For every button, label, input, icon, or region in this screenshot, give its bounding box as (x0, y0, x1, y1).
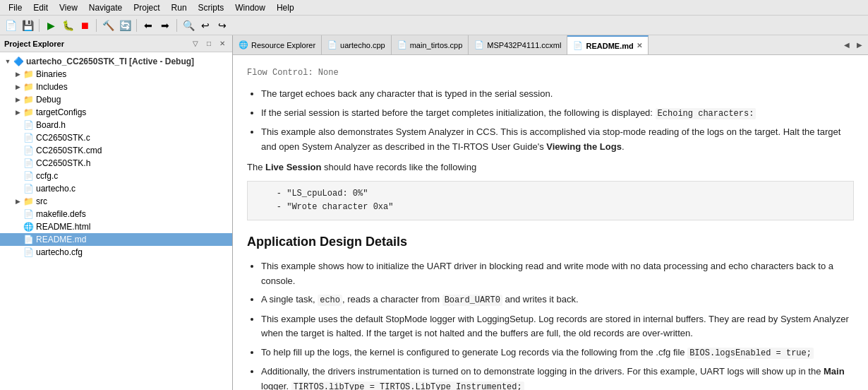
toolbar-redo[interactable]: ↪ (215, 18, 230, 33)
toolbar-back[interactable]: ⬅ (140, 18, 156, 33)
bullet-item-1-1: If the serial session is started before … (261, 106, 854, 121)
tirtos-code: TIRTOS.libType = TIRTOS.LibType_Instrume… (291, 382, 524, 390)
readmehtml-label: README.html (36, 222, 90, 232)
tree-item-cc2650cmd[interactable]: 📄 CC2650STK.cmd (0, 144, 232, 157)
main-bold: Main (824, 366, 845, 377)
tab-icon-readmemd: 📄 (573, 41, 583, 50)
toggle-cc2650c (13, 133, 23, 143)
tree-item-makefile[interactable]: 📄 makefile.defs (0, 208, 232, 220)
file-icon-cc2650h: 📄 (23, 158, 34, 169)
toolbar-run[interactable]: ▶ (43, 18, 59, 33)
menu-navigate[interactable]: Navigate (83, 1, 128, 14)
editor-content[interactable]: Flow Control: None The target echoes bac… (233, 55, 868, 390)
menu-edit[interactable]: Edit (28, 1, 54, 14)
menu-window[interactable]: Window (229, 1, 271, 14)
tree-item-root[interactable]: ▼ 🔷 uartecho_CC2650STK_TI [Active - Debu… (0, 55, 232, 68)
menu-help[interactable]: Help (271, 1, 300, 14)
toggle-src[interactable]: ▶ (13, 196, 23, 206)
tree-item-src[interactable]: ▶ 📁 src (0, 195, 232, 208)
tab-label-maintirtos: main_tirtos.cpp (410, 41, 463, 49)
tree-item-readmehtml[interactable]: 🌐 README.html (0, 220, 232, 233)
tree-item-targetconfigs[interactable]: ▶ 📁 targetConfigs (0, 106, 232, 119)
tab-msp432[interactable]: 📄 MSP432P4111.ccxml (469, 35, 567, 55)
board-uart-code: Board_UART0 (442, 295, 502, 306)
toggle-uartechoc (13, 184, 23, 194)
tree-item-includes[interactable]: ▶ 📁 Includes (0, 81, 232, 93)
tab-resource-explorer[interactable]: 🌐 Resource Explorer (233, 35, 322, 55)
tree-item-boardh[interactable]: 📄 Board.h (0, 119, 232, 131)
menu-view[interactable]: View (54, 1, 83, 14)
toolbar-sep-3 (136, 19, 137, 32)
file-icon-uartechocfg: 📄 (23, 247, 34, 258)
toggle-includes[interactable]: ▶ (13, 82, 23, 92)
tab-main-tirtos[interactable]: 📄 main_tirtos.cpp (392, 35, 469, 55)
panel-controls: ▽ □ ✕ (190, 38, 228, 49)
toolbar-stop[interactable]: ⏹ (77, 18, 92, 33)
tree-item-uartechocfg[interactable]: 📄 uartecho.cfg (0, 246, 232, 259)
tree-item-uartechoc[interactable]: 📄 uartecho.c (0, 182, 232, 195)
tab-readme-md[interactable]: 📄 README.md ✕ (567, 35, 648, 55)
src-label: src (36, 196, 47, 206)
tab-scroll-left[interactable]: ◀ (841, 40, 852, 51)
file-icon-cc2650c: 📄 (23, 132, 34, 143)
toolbar-sep-1 (39, 19, 40, 32)
toolbar-sep-4 (176, 19, 177, 32)
toggle-targetconfigs[interactable]: ▶ (13, 107, 23, 117)
toolbar-refresh[interactable]: 🔄 (117, 18, 133, 33)
tree-item-cc2650h[interactable]: 📄 CC2650STK.h (0, 157, 232, 170)
project-explorer: Project Explorer ▽ □ ✕ ▼ 🔷 uartecho_CC26… (0, 35, 233, 390)
tree-item-cc2650c[interactable]: 📄 CC2650STK.c (0, 131, 232, 144)
live-session-bold: Live Session (265, 162, 321, 172)
flow-control: Flow Control: None (247, 64, 854, 87)
toggle-boardh (13, 120, 23, 130)
readmemd-label: README.md (36, 235, 86, 244)
toolbar-search[interactable]: 🔍 (181, 18, 196, 33)
toggle-binaries[interactable]: ▶ (13, 69, 23, 79)
toolbar-save[interactable]: 💾 (20, 18, 35, 33)
folder-icon-binaries: 📁 (23, 69, 34, 80)
folder-icon-includes: 📁 (23, 81, 34, 93)
folder-icon-debug: 📁 (23, 94, 34, 105)
folder-icon-src: 📁 (23, 196, 34, 207)
menu-run[interactable]: Run (166, 1, 193, 14)
tree-item-ccfgc[interactable]: 📄 ccfg.c (0, 170, 232, 182)
panel-header: Project Explorer ▽ □ ✕ (0, 35, 232, 52)
bullet-item-1-0: The target echoes back any character tha… (261, 87, 854, 102)
cc2650c-label: CC2650STK.c (36, 133, 90, 143)
tab-bar-controls: ◀ ▶ (841, 40, 868, 51)
main-layout: Project Explorer ▽ □ ✕ ▼ 🔷 uartecho_CC26… (0, 35, 868, 390)
menubar: File Edit View Navigate Project Run Scri… (0, 0, 868, 16)
tree-view: ▼ 🔷 uartecho_CC2650STK_TI [Active - Debu… (0, 52, 232, 390)
toggle-cc2650cmd (13, 146, 23, 155)
file-icon-boardh: 📄 (23, 119, 34, 131)
toolbar-debug[interactable]: 🐛 (60, 18, 76, 33)
toggle-debug[interactable]: ▶ (13, 95, 23, 105)
panel-close[interactable]: ✕ (217, 38, 228, 49)
targetconfigs-label: targetConfigs (36, 107, 86, 117)
tab-label-resource: Resource Explorer (251, 41, 315, 49)
toolbar-undo[interactable]: ↩ (198, 18, 213, 33)
toolbar-forward[interactable]: ➡ (157, 18, 173, 33)
toolbar-build[interactable]: 🔨 (100, 18, 116, 33)
panel-minimize[interactable]: ▽ (190, 38, 201, 49)
bullet-item-1-2: This example also demonstrates System An… (261, 125, 854, 155)
toolbar-new[interactable]: 📄 (3, 18, 18, 33)
menu-scripts[interactable]: Scripts (193, 1, 230, 14)
bullet-item-2-0: This example shows how to initialize the… (261, 259, 854, 289)
file-icon-makefile: 📄 (23, 208, 34, 220)
menu-file[interactable]: File (3, 1, 28, 14)
tab-icon-maintirtos: 📄 (397, 40, 407, 49)
toggle-root[interactable]: ▼ (3, 57, 13, 66)
tree-item-readmemd[interactable]: 📄 README.md (0, 233, 232, 246)
tree-item-debug[interactable]: ▶ 📁 Debug (0, 93, 232, 106)
folder-icon-targetconfigs: 📁 (23, 107, 34, 118)
tab-uartecho-cpp[interactable]: 📄 uartecho.cpp (322, 35, 392, 55)
tab-scroll-right[interactable]: ▶ (854, 40, 865, 51)
root-label: uartecho_CC2650STK_TI [Active - Debug] (26, 57, 194, 66)
tree-item-binaries[interactable]: ▶ 📁 Binaries (0, 68, 232, 81)
tab-close-readmemd[interactable]: ✕ (637, 42, 642, 49)
panel-maximize[interactable]: □ (203, 38, 215, 49)
file-icon-cc2650cmd: 📄 (23, 145, 34, 156)
menu-project[interactable]: Project (128, 1, 165, 14)
cc2650cmd-label: CC2650STK.cmd (36, 146, 102, 155)
